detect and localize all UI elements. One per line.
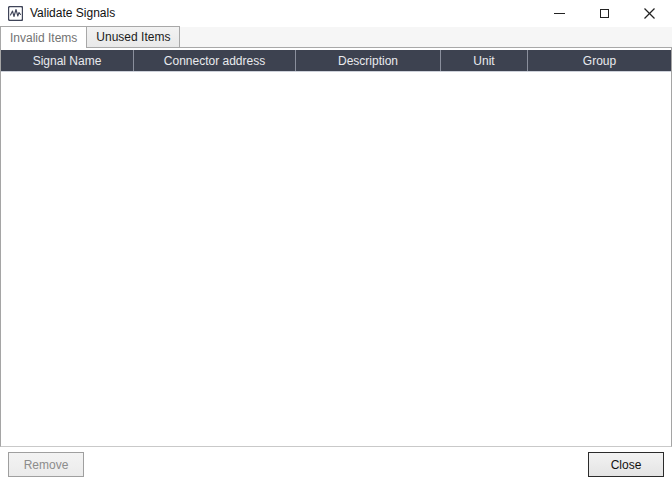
title-bar: Validate Signals — [0, 0, 672, 26]
minimize-icon — [554, 13, 565, 14]
validate-signals-window: Validate Signals Invalid Items Unused It… — [0, 0, 672, 497]
column-header-signal-name[interactable]: Signal Name — [1, 50, 134, 71]
column-header-label: Connector address — [164, 54, 265, 68]
column-header-group[interactable]: Group — [528, 50, 671, 71]
tab-invalid-items[interactable]: Invalid Items — [0, 26, 87, 48]
tab-content-invalid-items: Signal Name Connector address Descriptio… — [0, 48, 672, 447]
column-header-label: Description — [338, 54, 398, 68]
column-header-label: Unit — [473, 54, 494, 68]
window-controls — [537, 0, 672, 26]
column-header-label: Signal Name — [33, 54, 102, 68]
column-header-description[interactable]: Description — [296, 50, 441, 71]
footer-bar: Remove Close — [0, 447, 672, 497]
close-window-button[interactable] — [627, 0, 672, 26]
tab-strip: Invalid Items Unused Items — [0, 27, 672, 48]
maximize-button[interactable] — [582, 0, 627, 26]
close-button[interactable]: Close — [588, 452, 664, 477]
close-icon — [644, 8, 655, 19]
window-title: Validate Signals — [30, 6, 115, 20]
column-header-label: Group — [583, 54, 616, 68]
column-header-connector-address[interactable]: Connector address — [134, 50, 296, 71]
tab-unused-items-label: Unused Items — [96, 30, 170, 44]
tab-unused-items[interactable]: Unused Items — [86, 26, 180, 47]
waveform-icon — [8, 6, 23, 21]
minimize-button[interactable] — [537, 0, 582, 26]
tab-invalid-items-label: Invalid Items — [10, 31, 77, 45]
column-header-unit[interactable]: Unit — [441, 50, 528, 71]
maximize-icon — [600, 9, 609, 18]
remove-button[interactable]: Remove — [8, 452, 84, 477]
grid-body-empty — [1, 72, 671, 446]
grid-header-row: Signal Name Connector address Descriptio… — [1, 50, 671, 72]
